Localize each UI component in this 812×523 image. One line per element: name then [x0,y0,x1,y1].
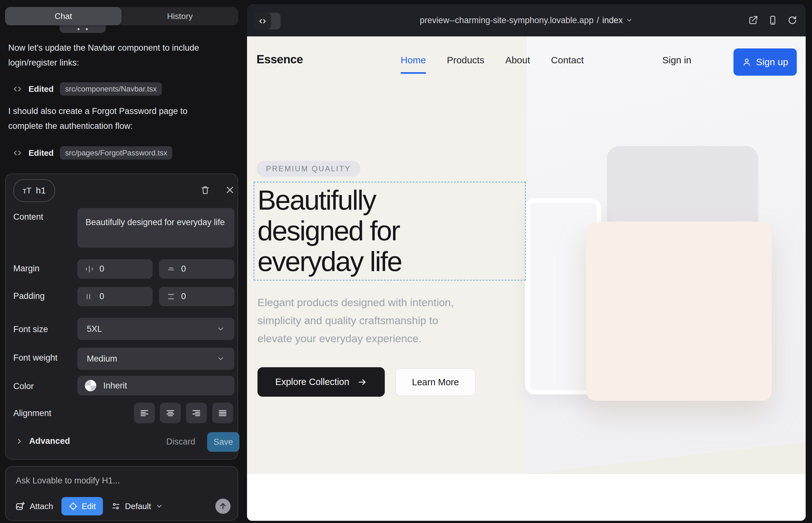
padding-vertical-icon [166,292,175,301]
nav-contact[interactable]: Contact [551,55,584,66]
site-logo[interactable]: Essence [257,53,303,66]
nav-products[interactable]: Products [447,55,484,66]
section-below-hero [247,474,806,521]
alignment-label: Alignment [13,409,51,418]
padding-y-input[interactable]: 0 [159,287,234,306]
edited-file-chip[interactable]: src/components/Navbar.tsx [60,82,161,96]
edit-label: Edit [82,502,96,511]
edit-mode-button[interactable]: Edit [61,497,103,516]
mode-label: Default [125,502,151,511]
align-justify-icon [217,408,228,418]
browser-topbar: preview--charming-site-symphony.lovable.… [247,4,806,36]
attach-label: Attach [30,502,53,511]
mobile-view-button[interactable] [768,15,778,25]
content-input[interactable]: Beautifully designed for everyday life [77,208,234,248]
sliders-icon [111,502,121,511]
padding-y-value: 0 [181,292,186,301]
font-weight-value: Medium [87,354,117,364]
padding-x-value: 0 [100,292,104,301]
discard-button[interactable]: Discard [166,437,195,447]
color-label: Color [13,381,34,391]
chat-message: I should also create a Forgot Password p… [8,104,217,133]
mode-selector[interactable]: Default [111,502,163,511]
hero-description-line: simplicity and quality craftsmanship to [258,311,454,329]
hero-description: Elegant products designed with intention… [258,293,454,348]
chat-message: Now let's update the Navbar component to… [8,40,217,70]
align-justify-button[interactable] [212,403,233,423]
margin-y-value: 0 [181,264,186,274]
learn-more-button[interactable]: Learn More [395,368,476,396]
trash-icon [200,185,210,195]
chevron-down-icon [626,17,633,24]
url-domain: preview--charming-site-symphony.lovable.… [420,16,594,25]
tab-history[interactable]: History [122,7,238,25]
site-nav: Home Products About Contact [401,55,584,66]
align-center-icon [165,408,175,418]
sign-up-label: Sign up [756,57,788,68]
sign-up-button[interactable]: Sign up [734,49,797,76]
align-center-button[interactable] [160,403,181,423]
hero-section: Essence Home Products About Contact Sign… [247,36,806,474]
chevron-right-icon [15,437,23,446]
chat-history-tabs: Chat History [5,7,238,25]
sign-in-link[interactable]: Sign in [662,55,691,66]
edit-action-label: Edited [29,148,54,158]
selected-element-tag[interactable]: тT h1 [13,179,55,202]
explore-collection-button[interactable]: Explore Collection [258,367,385,397]
align-left-button[interactable] [134,403,155,423]
hero-heading-line: designed for [258,215,402,246]
text-size-icon: тT [23,186,32,196]
chat-composer: Attach Edit Default [5,466,238,521]
edited-file-row: Edited src/pages/ForgotPassword.tsx [13,146,172,160]
close-icon [225,185,235,195]
color-picker-field[interactable]: Inherit [77,376,234,395]
chevron-down-icon [156,502,163,510]
smartphone-icon [768,15,778,25]
margin-y-input[interactable]: 0 [159,259,234,278]
content-label: Content [13,212,43,222]
code-icon [13,84,22,94]
advanced-toggle[interactable]: Advanced [15,436,70,446]
margin-horizontal-icon [85,265,94,273]
padding-horizontal-icon [85,292,94,301]
color-swatch-transparent [85,380,96,391]
close-editor-button[interactable] [223,183,237,197]
website-preview: Essence Home Products About Contact Sign… [247,36,806,521]
padding-x-input[interactable]: 0 [77,287,153,306]
open-external-button[interactable] [748,15,758,25]
external-link-icon [748,15,758,25]
chevron-down-icon [217,325,225,333]
user-icon [742,57,752,67]
url-page: index [602,16,623,25]
hero-description-line: Elegant products designed with intention… [258,293,454,311]
nav-home[interactable]: Home [401,55,426,66]
edited-file-chip[interactable]: src/pages/ForgotPassword.tsx [60,146,172,160]
hero-badge: PREMIUM QUALITY [257,161,360,177]
align-right-icon [191,408,201,418]
font-size-value: 5XL [87,324,102,334]
align-right-button[interactable] [186,403,207,423]
margin-label: Margin [13,264,40,273]
hero-heading-line: Beautifully [258,184,402,215]
arrow-up-icon [218,502,227,511]
edited-file-row: Edited src/components/Navbar.tsx [13,82,162,96]
hero-heading[interactable]: Beautifully designed for everyday life [258,184,402,277]
tab-chat[interactable]: Chat [5,7,122,25]
attach-button[interactable]: Attach [15,501,53,511]
color-value: Inherit [103,381,127,391]
site-header: Essence Home Products About Contact Sign… [247,36,806,87]
decorative-wedge [527,442,806,474]
save-button[interactable]: Save [207,432,240,452]
font-size-select[interactable]: 5XL [77,318,234,340]
nav-about[interactable]: About [505,55,530,66]
font-weight-select[interactable]: Medium [77,348,234,370]
url-bar[interactable]: preview--charming-site-symphony.lovable.… [247,4,806,36]
send-button[interactable] [215,499,231,514]
composer-input[interactable] [15,475,207,486]
delete-element-button[interactable] [198,183,212,197]
chevron-down-icon [217,355,225,363]
margin-x-input[interactable]: 0 [77,259,153,278]
code-icon [13,148,22,158]
font-size-label: Font size [13,325,48,334]
refresh-button[interactable] [787,15,797,25]
